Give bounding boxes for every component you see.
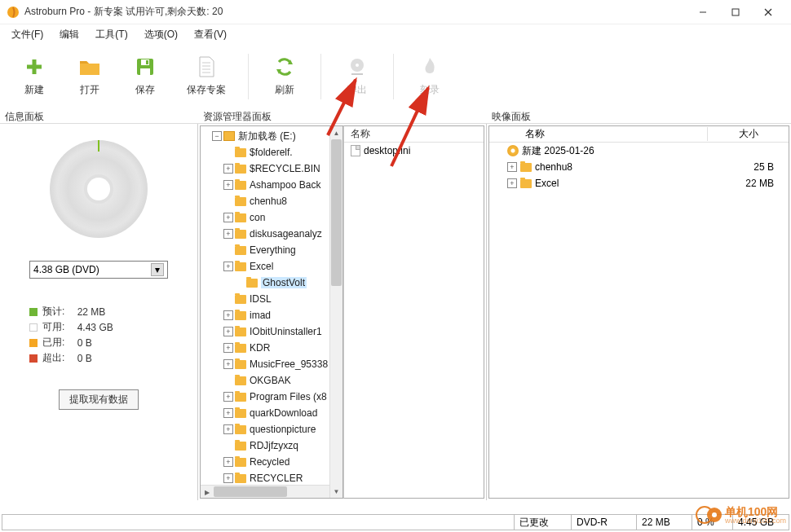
tree-folder[interactable]: chenhu8 — [202, 193, 341, 209]
document-icon — [195, 55, 218, 78]
hscroll-thumb[interactable] — [214, 486, 287, 497]
scroll-up-button[interactable]: ▲ — [330, 126, 342, 139]
image-header-name[interactable]: 名称 — [489, 127, 707, 141]
folder-icon — [235, 295, 246, 304]
menu-view[interactable]: 查看(V) — [186, 25, 235, 44]
tree-folder[interactable]: +MusicFree_95338 — [202, 356, 341, 372]
menu-options[interactable]: 选项(O) — [136, 25, 186, 44]
floppy-icon — [134, 55, 157, 78]
tree-folder[interactable]: GhostVolt — [202, 275, 341, 291]
image-root-label: 新建 2025-01-26 — [522, 144, 707, 158]
close-button[interactable] — [752, 1, 784, 24]
tree-folder[interactable]: +quarkDownload — [202, 405, 341, 421]
eject-button[interactable]: 弹出 — [329, 47, 385, 106]
disc-graphic — [50, 140, 148, 238]
folder-icon — [235, 197, 246, 206]
tree-folder[interactable]: RDJjfzyxzq — [202, 437, 341, 454]
file-icon — [351, 145, 360, 156]
status-used: 22 MB — [637, 515, 692, 530]
maximize-button[interactable] — [719, 1, 752, 24]
minimize-button[interactable] — [687, 1, 719, 24]
file-list[interactable]: 名称 desktop.ini — [343, 125, 484, 499]
tree-folder[interactable]: +KDR — [202, 340, 341, 356]
tree-folder[interactable]: +$RECYCLE.BIN — [202, 160, 341, 177]
toolbar-separator — [393, 54, 394, 99]
folder-icon — [235, 344, 246, 353]
tree-folder[interactable]: +imad — [202, 307, 341, 323]
tree-folder[interactable]: $folderelf. — [202, 144, 341, 160]
explorer-panel: −新加载卷 (E:)$folderelf.+$RECYCLE.BIN+Asham… — [198, 124, 487, 500]
tree-folder[interactable]: +Program Files (x8 — [202, 389, 341, 405]
tree-root[interactable]: −新加载卷 (E:) — [202, 128, 341, 144]
save-project-button[interactable]: 保存专案 — [173, 47, 240, 106]
tree-folder[interactable]: OKGBAK — [202, 372, 341, 389]
tree-folder[interactable]: IDSL — [202, 291, 341, 307]
svg-rect-10 — [146, 60, 148, 64]
menu-file[interactable]: 文件(F) — [3, 25, 51, 44]
tree-vertical-scrollbar[interactable]: ▲ ▼ — [329, 126, 342, 498]
tree-folder[interactable]: Everything — [202, 242, 341, 258]
status-disc-type: DVD-R — [572, 515, 637, 530]
tree-folder[interactable]: +RECYCLER — [202, 470, 341, 486]
save-project-label: 保存专案 — [187, 83, 226, 97]
folder-icon — [235, 181, 246, 190]
capacity-select[interactable]: 4.38 GB (DVD) ▾ — [29, 261, 168, 279]
save-button[interactable]: 保存 — [117, 47, 173, 106]
open-button[interactable]: 打开 — [62, 47, 117, 106]
folder-icon — [235, 230, 246, 239]
refresh-button[interactable]: 刷新 — [257, 47, 312, 106]
svg-rect-19 — [351, 73, 363, 75]
tree-folder[interactable]: +questionpicture — [202, 421, 341, 437]
statusbar: 已更改 DVD-R 22 MB 0 % 4.45 GB — [2, 514, 789, 530]
folder-icon — [235, 360, 246, 369]
scroll-down-button[interactable]: ▼ — [330, 485, 342, 498]
svg-rect-8 — [140, 68, 150, 75]
folder-tree[interactable]: −新加载卷 (E:)$folderelf.+$RECYCLE.BIN+Asham… — [200, 125, 343, 499]
swatch-available — [29, 323, 38, 332]
disc-stats: 预计: 22 MB 可用: 4.43 GB 已用: 0 B 超出: 0 B — [29, 303, 168, 367]
tree-folder[interactable]: +Ashampoo Back — [202, 177, 341, 193]
swatch-used — [29, 339, 38, 347]
file-list-header-name[interactable]: 名称 — [344, 126, 484, 143]
app-icon — [7, 6, 20, 19]
tree-folder[interactable]: +diskusageanalyz — [202, 226, 341, 242]
info-panel-label: 信息面板 — [0, 109, 198, 123]
tree-horizontal-scrollbar[interactable]: ◀ ▶ — [201, 485, 329, 498]
menu-edit[interactable]: 编辑 — [51, 25, 87, 44]
folder-icon — [235, 393, 246, 402]
info-panel: 4.38 GB (DVD) ▾ 预计: 22 MB 可用: 4.43 GB 已用… — [0, 124, 198, 500]
scroll-thumb[interactable] — [331, 139, 342, 286]
refresh-icon — [273, 55, 296, 78]
image-header-size[interactable]: 大小 — [707, 127, 789, 141]
explorer-panel-label: 资源管理器面板 — [198, 109, 487, 123]
folder-icon — [246, 279, 258, 288]
titlebar: Astroburn Pro - 新专案 试用许可,剩余天数: 20 — [0, 0, 791, 24]
svg-point-18 — [356, 64, 359, 67]
image-panel: 名称 大小 新建 2025-01-26 +chenhu825 B+Excel22… — [487, 124, 791, 500]
tree-folder[interactable]: +IObitUninstaller1 — [202, 323, 341, 340]
folder-icon — [235, 148, 246, 157]
image-item-row[interactable]: +Excel22 MB — [489, 175, 789, 191]
scroll-right-button[interactable]: ▶ — [201, 486, 214, 499]
panel-headers: 信息面板 资源管理器面板 映像面板 — [0, 109, 791, 124]
menu-tools[interactable]: 工具(T) — [87, 25, 135, 44]
new-button[interactable]: 新建 — [7, 47, 62, 106]
folder-icon — [235, 246, 246, 255]
tree-folder[interactable]: +Excel — [202, 258, 341, 275]
image-item-row[interactable]: +chenhu825 B — [489, 159, 789, 175]
image-panel-label: 映像面板 — [487, 109, 791, 123]
menubar: 文件(F) 编辑 工具(T) 选项(O) 查看(V) — [0, 24, 791, 44]
burn-label: 刻录 — [420, 83, 440, 97]
image-root-row[interactable]: 新建 2025-01-26 — [489, 143, 789, 159]
tree-folder[interactable]: +Recycled — [202, 454, 341, 470]
swatch-estimated — [29, 308, 38, 316]
file-row[interactable]: desktop.ini — [344, 143, 484, 159]
extract-data-button[interactable]: 提取现有数据 — [59, 389, 139, 410]
eject-icon — [346, 55, 369, 78]
drive-icon — [223, 131, 235, 141]
save-label: 保存 — [135, 83, 155, 97]
toolbar: 新建 打开 保存 保存专案 刷新 弹出 刻录 — [0, 44, 791, 109]
burn-button[interactable]: 刻录 — [402, 47, 457, 106]
svg-rect-2 — [732, 9, 739, 15]
tree-folder[interactable]: +con — [202, 209, 341, 226]
